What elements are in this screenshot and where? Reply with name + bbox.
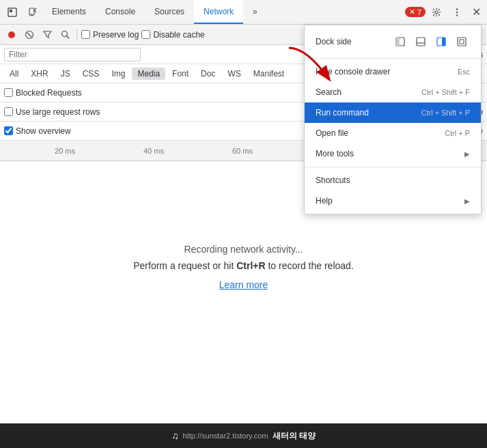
- error-badge[interactable]: ✕ 7: [405, 7, 426, 17]
- device-btn[interactable]: [23, 3, 42, 22]
- tab-more[interactable]: »: [243, 0, 267, 24]
- dock-section: Dock side: [305, 25, 481, 59]
- tab-elements[interactable]: Elements: [42, 0, 96, 24]
- svg-point-8: [456, 11, 458, 12]
- dock-icons: [392, 33, 470, 50]
- blocked-requests-checkbox[interactable]: [4, 88, 13, 97]
- record-btn[interactable]: [4, 27, 19, 42]
- hide-console-label: Hide console drawer: [316, 67, 390, 76]
- svg-rect-22: [460, 40, 464, 44]
- devtools-left-btns: [3, 3, 42, 22]
- more-options-btn[interactable]: [447, 3, 467, 22]
- menu-hide-console[interactable]: Hide console drawer Esc: [305, 61, 481, 82]
- help-arrow: ▶: [464, 197, 470, 205]
- tick-40ms: 40 ms: [143, 147, 164, 155]
- dock-undock-btn[interactable]: [392, 33, 408, 50]
- blocked-requests-text: Blocked Requests: [16, 88, 82, 98]
- dock-row: Dock side: [305, 28, 481, 55]
- menu-more-tools[interactable]: More tools ▶: [305, 143, 481, 164]
- help-label: Help: [316, 196, 333, 206]
- menu-open-file[interactable]: Open file Ctrl + P: [305, 123, 481, 143]
- clear-btn[interactable]: [22, 27, 37, 42]
- type-btn-js[interactable]: JS: [55, 68, 76, 80]
- type-btn-manifest[interactable]: Manifest: [248, 68, 290, 80]
- error-icon: ✕: [409, 8, 415, 16]
- svg-rect-21: [458, 38, 466, 46]
- disable-cache-checkbox[interactable]: [141, 30, 150, 39]
- recording-text: Recording network activity...: [184, 244, 303, 255]
- perform-text-part1: Perform a request or hit: [133, 260, 236, 271]
- dock-label: Dock side: [316, 37, 352, 46]
- dock-bottom-btn[interactable]: [413, 33, 429, 50]
- svg-line-12: [27, 32, 32, 37]
- tick-20ms: 20 ms: [55, 147, 75, 155]
- tab-list: Elements Console Sources Network »: [42, 0, 405, 24]
- svg-point-6: [435, 11, 438, 14]
- more-tools-arrow: ▶: [464, 150, 470, 158]
- tab-bar: Elements Console Sources Network » ✕ 7 ✕: [0, 0, 487, 25]
- large-rows-text: Use large request rows: [16, 107, 100, 117]
- dock-right-btn[interactable]: [433, 33, 449, 50]
- tab-bar-right: ✕ 7 ✕: [405, 3, 484, 22]
- blocked-requests-label[interactable]: Blocked Requests: [4, 88, 82, 98]
- menu-run-command[interactable]: Run command Ctrl + Shift + P: [305, 102, 481, 123]
- menu-search[interactable]: Search Ctrl + Shift + F: [305, 82, 481, 102]
- toolbar-divider: [76, 29, 77, 40]
- menu-bottom-section: Shortcuts Help ▶: [305, 167, 481, 214]
- large-rows-label[interactable]: Use large request rows: [4, 107, 100, 117]
- svg-point-7: [456, 8, 458, 10]
- perform-text-part2: to record the reload.: [266, 260, 354, 271]
- menu-main-section: Hide console drawer Esc Search Ctrl + Sh…: [305, 59, 481, 167]
- type-btn-css[interactable]: CSS: [77, 68, 105, 80]
- filter-input[interactable]: [4, 48, 141, 61]
- search-label: Search: [316, 87, 342, 97]
- search-shortcut: Ctrl + Shift + F: [421, 88, 470, 96]
- error-count: 7: [417, 8, 421, 16]
- show-overview-text: Show overview: [16, 126, 71, 136]
- type-btn-doc[interactable]: Doc: [195, 68, 221, 80]
- inspect-btn[interactable]: [3, 3, 22, 22]
- preserve-log-checkbox[interactable]: [81, 30, 90, 39]
- show-overview-checkbox[interactable]: [4, 126, 13, 135]
- type-btn-font[interactable]: Font: [167, 68, 194, 80]
- menu-help[interactable]: Help ▶: [305, 191, 481, 211]
- site-title: 새터의 태양: [273, 430, 316, 442]
- type-btn-media[interactable]: Media: [132, 68, 165, 80]
- large-rows-checkbox[interactable]: [4, 107, 13, 116]
- open-file-label: Open file: [316, 128, 348, 138]
- music-icon: ♫: [171, 430, 179, 441]
- close-btn[interactable]: ✕: [468, 4, 484, 20]
- menu-shortcuts[interactable]: Shortcuts: [305, 170, 481, 191]
- svg-point-10: [8, 31, 15, 38]
- svg-rect-1: [10, 10, 12, 12]
- svg-rect-17: [417, 38, 425, 46]
- learn-more-link[interactable]: Learn more: [219, 279, 268, 290]
- perform-text: Perform a request or hit Ctrl+R to recor…: [133, 260, 354, 271]
- type-btn-img[interactable]: Img: [106, 68, 130, 80]
- open-file-shortcut: Ctrl + P: [445, 129, 470, 137]
- type-btn-xhr[interactable]: XHR: [25, 68, 53, 80]
- settings-btn[interactable]: [427, 3, 446, 22]
- disable-cache-label[interactable]: Disable cache: [141, 30, 204, 40]
- url-text: http://sunstar2.tistory.com: [183, 432, 268, 440]
- bottom-bar: ♫ http://sunstar2.tistory.com 새터의 태양: [0, 423, 487, 448]
- show-overview-label[interactable]: Show overview: [4, 126, 71, 136]
- dock-separate-btn[interactable]: [454, 33, 470, 50]
- shortcuts-label: Shortcuts: [316, 176, 350, 185]
- tab-sources[interactable]: Sources: [145, 0, 194, 24]
- hide-console-shortcut: Esc: [458, 68, 470, 76]
- disable-cache-text: Disable cache: [153, 30, 204, 40]
- tab-network[interactable]: Network: [194, 0, 243, 24]
- run-command-shortcut: Ctrl + Shift + P: [421, 109, 470, 117]
- svg-rect-20: [442, 38, 445, 46]
- type-btn-ws[interactable]: WS: [222, 68, 246, 80]
- filter-icon-btn[interactable]: [40, 27, 55, 42]
- run-command-label: Run command: [316, 108, 369, 117]
- type-btn-all[interactable]: All: [4, 68, 24, 80]
- preserve-log-label[interactable]: Preserve log: [81, 30, 139, 40]
- dropdown-menu: Dock side: [304, 25, 482, 214]
- search-btn[interactable]: [57, 27, 72, 42]
- tab-console[interactable]: Console: [96, 0, 145, 24]
- tick-60ms: 60 ms: [232, 147, 253, 155]
- svg-point-9: [456, 14, 458, 16]
